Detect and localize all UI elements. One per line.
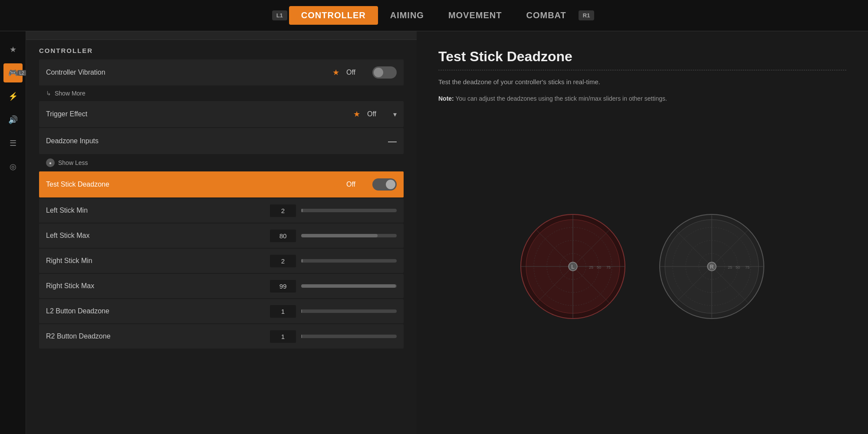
show-more-label: Show More (55, 90, 85, 97)
panel-note-label: Note: (438, 95, 454, 102)
slider-l2-deadzone[interactable] (301, 309, 397, 313)
slider-left-stick-min[interactable] (301, 209, 397, 212)
panel-note: Note: You can adjust the deadzones using… (438, 94, 846, 103)
toggle-thumb-vibration (374, 68, 383, 77)
value-test-stick: Off (346, 181, 364, 188)
label-trigger-effect: Trigger Effect (46, 110, 353, 118)
slider-fill-right-stick-min (301, 259, 303, 263)
setting-row-left-stick-min: Left Stick Min 2 (39, 198, 404, 223)
slider-r2-deadzone[interactable] (301, 335, 397, 338)
toggle-test-stick[interactable] (372, 178, 397, 191)
value-left-stick-max: 80 (270, 230, 296, 242)
right-stick-svg: R 25 50 75 (655, 210, 768, 323)
label-test-stick-deadzone: Test Stick Deadzone (46, 181, 332, 188)
svg-text:25: 25 (589, 265, 593, 270)
star-trigger-effect[interactable]: ★ (353, 109, 360, 119)
value-left-stick-min: 2 (270, 204, 296, 217)
sidebar-icon-circle[interactable]: ◎ (3, 157, 23, 176)
slider-left-stick-max[interactable] (301, 234, 397, 237)
svg-text:R: R (710, 264, 714, 270)
svg-text:50: 50 (736, 265, 740, 270)
panel-divider (438, 70, 846, 70)
toggle-thumb-test-stick (386, 180, 395, 189)
right-panel: Test Stick Deadzone Test the deadzone of… (417, 31, 868, 434)
sidebar-icon-list[interactable]: ☰ (3, 134, 23, 153)
slider-fill-left-stick-max (301, 234, 378, 237)
show-more-arrow-icon: ↳ (46, 90, 51, 97)
sidebar-icon-slash[interactable]: ⚡ (3, 87, 23, 106)
settings-panel: CONTROLLER Controller Vibration ★ Off ↳ … (26, 31, 417, 434)
left-stick-visualizer: L 25 50 75 (516, 210, 629, 323)
right-stick-visualizer: R 25 50 75 (655, 210, 768, 323)
setting-row-deadzone-inputs: Deadzone Inputs — (39, 128, 404, 154)
value-controller-vibration: Off (346, 69, 364, 76)
value-r2-deadzone: 1 (270, 330, 296, 343)
label-right-stick-min: Right Stick Min (46, 257, 270, 265)
panel-title: Test Stick Deadzone (438, 49, 846, 65)
panel-description: Test the deadzone of your controller's s… (438, 77, 846, 87)
left-stick-svg: L 25 50 75 (516, 210, 629, 323)
star-controller-vibration[interactable]: ★ (332, 68, 339, 77)
nav-badge-right: R1 (579, 10, 595, 20)
label-controller-vibration: Controller Vibration (46, 69, 332, 76)
svg-text:75: 75 (606, 265, 611, 270)
slider-right-stick-max[interactable] (301, 284, 397, 288)
label-right-stick-max: Right Stick Max (46, 282, 270, 290)
svg-text:75: 75 (745, 265, 750, 270)
svg-text:25: 25 (728, 265, 732, 270)
stick-visualizers: L 25 50 75 (438, 116, 846, 417)
dropdown-arrow-trigger[interactable]: ▾ (393, 110, 397, 118)
label-left-stick-max: Left Stick Max (46, 232, 270, 240)
slider-fill-r2-deadzone (301, 335, 302, 338)
top-nav: L1 CONTROLLER AIMING MOVEMENT COMBAT R1 (0, 0, 868, 31)
sidebar-icon-star[interactable]: ★ (3, 40, 23, 59)
setting-row-trigger-effect: Trigger Effect ★ Off ▾ (39, 101, 404, 127)
panel-note-text: You can adjust the deadzones using the s… (455, 95, 667, 102)
slider-fill-l2-deadzone (301, 309, 302, 313)
label-left-stick-min: Left Stick Min (46, 207, 270, 214)
tab-combat[interactable]: COMBAT (514, 6, 578, 25)
tab-movement[interactable]: MOVEMENT (436, 6, 514, 25)
tab-controller[interactable]: CONTROLLER (289, 6, 378, 25)
label-r2-deadzone: R2 Button Deadzone (46, 332, 270, 340)
setting-row-r2-deadzone: R2 Button Deadzone 1 (39, 324, 404, 349)
slider-fill-left-stick-min (301, 209, 303, 212)
value-l2-deadzone: 1 (270, 305, 296, 318)
sidebar-icon-speaker[interactable]: 🔊 (3, 110, 23, 129)
sidebar: ★ 🎮 L2 ⚡ 🔊 ☰ ◎ (0, 31, 26, 434)
show-less-icon: ● (46, 158, 55, 167)
setting-row-left-stick-max: Left Stick Max 80 (39, 224, 404, 248)
label-l2-deadzone: L2 Button Deadzone (46, 307, 270, 315)
collapse-icon-deadzone[interactable]: — (388, 136, 397, 146)
svg-text:50: 50 (597, 265, 601, 270)
settings-topbar (26, 31, 417, 40)
setting-row-test-stick-deadzone: Test Stick Deadzone ★ Off (39, 171, 404, 197)
sidebar-icon-gamepad[interactable]: 🎮 L2 (3, 63, 23, 82)
label-deadzone-inputs: Deadzone Inputs (46, 137, 388, 145)
show-less-label: Show Less (58, 159, 88, 166)
setting-row-right-stick-max: Right Stick Max 99 (39, 274, 404, 298)
value-right-stick-min: 2 (270, 255, 296, 267)
setting-row-l2-deadzone: L2 Button Deadzone 1 (39, 299, 404, 323)
slider-right-stick-min[interactable] (301, 259, 397, 263)
section-header-controller: CONTROLLER (26, 40, 417, 59)
show-less-row[interactable]: ● Show Less (39, 155, 404, 171)
setting-row-right-stick-min: Right Stick Min 2 (39, 249, 404, 273)
setting-row-controller-vibration: Controller Vibration ★ Off (39, 59, 404, 85)
toggle-controller-vibration[interactable] (372, 66, 397, 79)
svg-text:L: L (571, 264, 574, 270)
slider-fill-right-stick-max (301, 284, 396, 288)
main-layout: ★ 🎮 L2 ⚡ 🔊 ☰ ◎ CONTROLLER Controller Vib… (0, 31, 868, 434)
star-test-stick[interactable]: ★ (332, 180, 339, 189)
show-more-row[interactable]: ↳ Show More (39, 86, 404, 100)
tab-aiming[interactable]: AIMING (378, 6, 436, 25)
value-trigger-effect: Off (367, 110, 385, 118)
sidebar-badge-l2: L2 (17, 70, 26, 76)
value-right-stick-max: 99 (270, 280, 296, 293)
nav-badge-left: L1 (272, 10, 287, 20)
